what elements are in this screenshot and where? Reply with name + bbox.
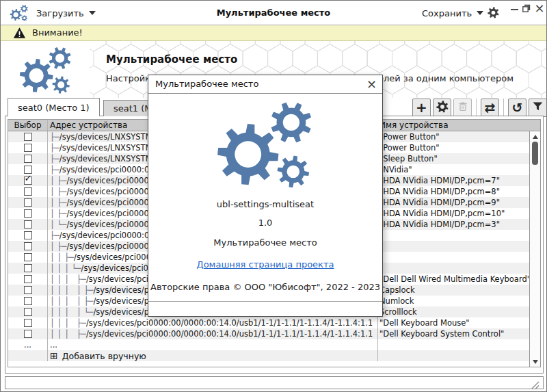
tree-branch-glyph: │ └─ <box>50 220 66 229</box>
undo-icon: ↺ <box>512 101 523 115</box>
load-button-label: Загрузить <box>36 8 84 18</box>
row-select-cell <box>8 197 48 208</box>
column-header-select: Выбор <box>8 120 48 131</box>
row-select-cell <box>8 350 48 361</box>
checkbox[interactable] <box>24 231 32 239</box>
load-button[interactable]: Загрузить <box>36 6 96 20</box>
settings-gear-button[interactable] <box>487 6 500 22</box>
dialog-copyright: Авторские права © ООО "Юбисофт", 2022 - … <box>148 282 382 292</box>
checkbox[interactable] <box>24 319 32 327</box>
about-dialog: Мультирабочее место × ubl-settings-multi… <box>148 75 383 317</box>
plus-icon: + <box>416 101 427 115</box>
device-path: /sys/devices/pci0000:00/0000:00:14.0/usb… <box>86 329 373 339</box>
row-select-cell <box>8 208 48 219</box>
row-select-cell <box>8 285 48 296</box>
tree-branch-glyph: │ │ │ ├─ <box>50 329 86 339</box>
checkbox[interactable] <box>24 220 32 228</box>
checkbox[interactable] <box>24 209 32 218</box>
device-path: /sys/devices/pci0000:00/0000:00:14.0/usb… <box>86 318 373 328</box>
tree-branch-glyph: ├─ <box>50 143 59 153</box>
scrollbar-thumb[interactable] <box>532 142 538 165</box>
minimize-icon <box>511 9 518 10</box>
caret-down-icon <box>477 11 483 15</box>
row-name-cell: "Sleep Button" <box>378 153 529 164</box>
toolbar-separator <box>476 99 477 117</box>
table-row[interactable]: │ │ │ ├─/sys/devices/pci0000:00/0000:00:… <box>8 317 529 328</box>
checkbox[interactable] <box>24 297 32 305</box>
checkbox[interactable] <box>24 308 32 316</box>
tab-seat0-label: seat0 (Место 1) <box>18 103 90 113</box>
swap-icon: ⇄ <box>485 101 496 115</box>
checkbox-checked[interactable]: ✓ <box>24 177 32 185</box>
maximize-button[interactable] <box>522 3 531 13</box>
warning-text: Внимание! <box>32 25 83 40</box>
tree-branch-glyph: │ │ │ │ ├─ <box>50 285 93 295</box>
row-name-cell <box>378 241 529 252</box>
add-manual-row[interactable]: ⊞Добавить вручную <box>8 350 529 361</box>
column-header-name: Имя устройства <box>378 120 540 131</box>
ellipsis-row[interactable]: ...... <box>8 339 529 350</box>
tree-branch-glyph: │ │ │ │ ├─ <box>50 296 93 306</box>
dialog-app-logo-icon <box>208 99 323 194</box>
filter-button[interactable] <box>529 99 547 117</box>
checkbox[interactable] <box>24 275 32 283</box>
row-select-cell <box>8 306 48 317</box>
save-button[interactable]: Сохранить <box>422 6 483 20</box>
row-name-cell: "Dell Keyboard Mouse" <box>378 317 529 328</box>
tab-seat0[interactable]: seat0 (Место 1) <box>8 98 100 116</box>
row-select-cell <box>8 131 48 142</box>
trash-icon <box>457 101 469 116</box>
device-settings-button[interactable] <box>433 99 451 117</box>
tree-branch-glyph: ├─ <box>50 154 59 164</box>
dialog-app-name: Мультирабочее место <box>148 237 382 248</box>
checkbox[interactable] <box>24 198 32 207</box>
checkbox[interactable] <box>24 330 32 338</box>
dialog-close-button[interactable]: × <box>366 76 377 92</box>
row-name-cell <box>378 263 529 274</box>
reset-button[interactable]: ↺ <box>508 99 526 117</box>
app-logo-icon <box>9 4 29 25</box>
row-select-cell <box>8 186 48 197</box>
row-select-cell <box>8 263 48 274</box>
row-name-cell: "HDA NVidia HDMI/DP,pcm=8" <box>378 186 529 197</box>
scroll-down-button[interactable] <box>530 357 540 366</box>
checkbox[interactable] <box>24 155 32 163</box>
checkbox[interactable] <box>24 242 32 250</box>
row-select-cell <box>8 164 48 175</box>
checkbox[interactable] <box>24 187 32 196</box>
resize-grip[interactable] <box>530 379 540 392</box>
checkbox[interactable] <box>24 286 32 294</box>
checkbox[interactable] <box>24 166 32 174</box>
row-select-cell <box>8 153 48 164</box>
add-device-button[interactable]: + <box>412 99 431 117</box>
scroll-up-button[interactable] <box>530 132 540 141</box>
dialog-app-id: ubl-settings-multiseat <box>148 199 382 209</box>
table-row[interactable]: │ │ │ ├─/sys/devices/pci0000:00/0000:00:… <box>8 328 529 339</box>
tree-branch-glyph: │ ├─ <box>50 209 66 218</box>
dialog-version: 1.0 <box>148 218 382 228</box>
status-bar <box>5 376 544 389</box>
row-address-cell: ... <box>48 339 378 350</box>
swap-devices-button[interactable]: ⇄ <box>481 99 499 117</box>
row-select-cell <box>8 296 48 306</box>
checkbox[interactable] <box>24 133 32 141</box>
row-name-cell <box>378 350 529 361</box>
checkbox[interactable] <box>24 264 32 272</box>
delete-device-button <box>453 99 472 117</box>
row-name-cell: "Power Button" <box>378 142 529 153</box>
row-name-cell: Capslock <box>378 285 529 296</box>
row-name-cell: "NVidia" <box>378 164 529 175</box>
vertical-scrollbar[interactable] <box>529 131 540 367</box>
row-name-cell: "Dell Keyboard System Control" <box>378 328 529 339</box>
dialog-title-bar[interactable]: Мультирабочее место × <box>148 75 382 94</box>
checkbox[interactable] <box>24 253 32 261</box>
scroll-up-icon <box>533 135 538 139</box>
row-name-cell: Scrolllock <box>378 306 529 317</box>
row-name-cell: "HDA NVidia HDMI/DP,pcm=10" <box>378 208 529 219</box>
warning-bar: Внимание! <box>1 25 546 41</box>
close-button[interactable]: × <box>534 1 545 14</box>
project-homepage-link[interactable]: Домашняя страница проекта <box>197 259 334 270</box>
scroll-down-icon <box>533 360 538 364</box>
minimize-button[interactable] <box>509 5 519 14</box>
checkbox[interactable] <box>24 144 32 152</box>
